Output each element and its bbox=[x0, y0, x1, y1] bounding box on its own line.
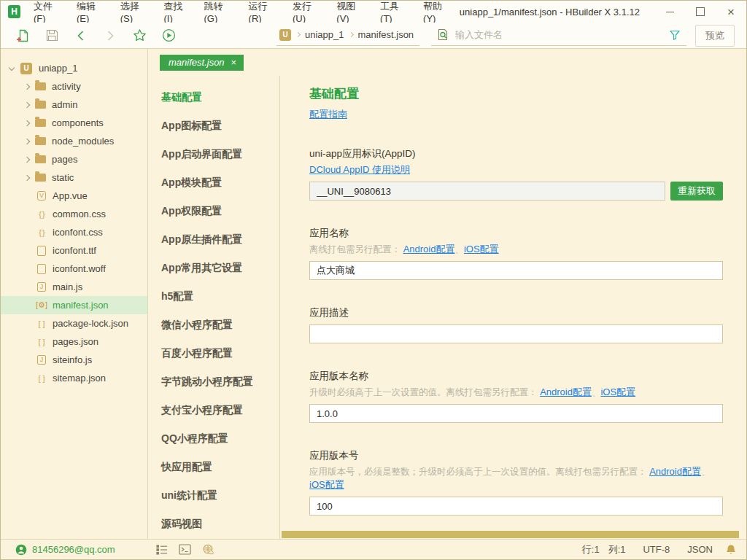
minimize-icon[interactable] bbox=[654, 1, 685, 23]
tree-root-uniapp_1[interactable]: uniapp_1 bbox=[1, 59, 147, 77]
maximize-icon[interactable] bbox=[685, 1, 716, 23]
close-icon[interactable] bbox=[716, 1, 746, 23]
new-file-button[interactable] bbox=[8, 26, 37, 46]
version-code-label: 应用版本号 bbox=[309, 449, 723, 462]
chevron-right-icon bbox=[24, 83, 30, 89]
back-icon bbox=[75, 30, 87, 42]
tree-file[interactable]: siteinfo.js bbox=[1, 351, 147, 369]
config-nav-item[interactable]: App启动界面配置 bbox=[148, 140, 279, 168]
ios-config-link[interactable]: iOS配置 bbox=[309, 479, 344, 490]
tree-folder[interactable]: components bbox=[1, 114, 147, 132]
version-name-label: 应用版本名称 bbox=[309, 370, 723, 383]
ios-config-link[interactable]: iOS配置 bbox=[600, 386, 635, 397]
encoding-indicator[interactable]: UTF-8 bbox=[643, 544, 670, 555]
tree-file[interactable]: package-lock.json bbox=[1, 314, 147, 332]
notification-bell[interactable] bbox=[726, 544, 736, 556]
filetype-indicator[interactable]: JSON bbox=[687, 544, 713, 555]
version-code-input[interactable] bbox=[309, 497, 723, 516]
tab-close-icon[interactable] bbox=[231, 57, 237, 68]
filter-icon[interactable] bbox=[669, 29, 681, 41]
config-nav-item[interactable]: uni统计配置 bbox=[148, 481, 279, 510]
breadcrumb-file[interactable]: manifest.json bbox=[358, 29, 414, 40]
tree-file[interactable]: iconfont.ttf bbox=[1, 241, 147, 260]
tree-folder[interactable]: node_modules bbox=[1, 132, 147, 150]
config-nav-item[interactable]: h5配置 bbox=[148, 282, 279, 311]
search-file-icon bbox=[437, 28, 449, 41]
version-name-hint: 升级时必须高于上一次设置的值。离线打包需另行配置： bbox=[309, 387, 538, 397]
file-icon bbox=[35, 190, 48, 202]
tree-file[interactable]: main.js bbox=[1, 278, 147, 296]
app-name-label: 应用名称 bbox=[309, 227, 723, 240]
console-icon[interactable] bbox=[179, 544, 191, 555]
favorite-button[interactable] bbox=[125, 26, 154, 46]
config-nav-item[interactable]: 源码视图 bbox=[148, 510, 279, 538]
file-icon bbox=[35, 281, 48, 293]
tree-file[interactable]: iconfont.woff bbox=[1, 260, 147, 278]
file-icon bbox=[35, 245, 48, 257]
web-sync-icon[interactable] bbox=[202, 544, 215, 555]
android-config-link[interactable]: Android配置 bbox=[403, 244, 455, 254]
config-nav-item[interactable]: App图标配置 bbox=[148, 112, 279, 140]
config-nav-item[interactable]: App模块配置 bbox=[148, 168, 279, 197]
cursor-col[interactable]: 列:1 bbox=[608, 543, 626, 556]
forward-button[interactable] bbox=[96, 26, 125, 46]
config-nav-item[interactable]: 字节跳动小程序配置 bbox=[148, 368, 279, 396]
breadcrumb-project[interactable]: uniapp_1 bbox=[305, 29, 344, 40]
appid-input[interactable] bbox=[309, 182, 665, 201]
tab-label: manifest.json bbox=[169, 57, 225, 68]
outline-icon[interactable] bbox=[156, 545, 168, 555]
file-icon bbox=[35, 227, 48, 238]
separator: 、 bbox=[701, 467, 711, 477]
account-widget[interactable]: 81456296@qq.com bbox=[15, 544, 115, 556]
run-icon bbox=[162, 28, 176, 42]
config-nav-item[interactable]: App原生插件配置 bbox=[148, 225, 279, 254]
tree-folder[interactable]: static bbox=[1, 168, 147, 187]
uniapp-project-icon bbox=[20, 63, 32, 74]
tree-folder[interactable]: activity bbox=[1, 77, 147, 96]
config-nav-item[interactable]: App权限配置 bbox=[148, 197, 279, 225]
chevron-right-icon bbox=[348, 32, 353, 37]
cursor-line[interactable]: 行:1 bbox=[582, 543, 600, 556]
toolbar: uniapp_1 manifest.json 预览 bbox=[1, 23, 746, 49]
file-name: manifest.json bbox=[53, 300, 109, 311]
tree-folder[interactable]: pages bbox=[1, 150, 147, 168]
app-name-input[interactable] bbox=[309, 261, 723, 280]
new-file-icon bbox=[16, 29, 29, 42]
preview-button[interactable]: 预览 bbox=[695, 25, 735, 47]
version-name-input[interactable] bbox=[309, 404, 723, 423]
config-nav-item[interactable]: 基础配置 bbox=[148, 83, 279, 112]
ios-config-link[interactable]: iOS配置 bbox=[464, 244, 499, 254]
account-email: 81456296@qq.com bbox=[32, 544, 115, 555]
chevron-right-icon bbox=[24, 156, 30, 162]
tree-file[interactable]: common.css bbox=[1, 205, 147, 223]
app-desc-label: 应用描述 bbox=[309, 306, 723, 319]
app-desc-input[interactable] bbox=[309, 324, 723, 343]
config-nav-item[interactable]: 微信小程序配置 bbox=[148, 311, 279, 339]
version-code-section: 应用版本号 应用版本号，必须是整数；升级时必须高于上一次设置的值。离线打包需另行… bbox=[309, 449, 723, 516]
config-nav-item[interactable]: App常用其它设置 bbox=[148, 254, 279, 282]
horizontal-scrollbar[interactable] bbox=[282, 531, 739, 538]
tree-file[interactable]: pages.json bbox=[1, 332, 147, 351]
file-name: package-lock.json bbox=[53, 318, 128, 329]
tree-file[interactable]: sitemap.json bbox=[1, 369, 147, 387]
tree-file[interactable]: iconfont.css bbox=[1, 223, 147, 241]
back-button[interactable] bbox=[66, 26, 96, 46]
tree-folder[interactable]: admin bbox=[1, 96, 147, 114]
run-button[interactable] bbox=[154, 26, 183, 46]
folder-name: node_modules bbox=[52, 136, 114, 147]
dcloud-appid-help-link[interactable]: DCloud AppID 使用说明 bbox=[309, 164, 410, 175]
config-nav-item[interactable]: 百度小程序配置 bbox=[148, 339, 279, 368]
tab-manifest-json[interactable]: manifest.json bbox=[160, 55, 244, 71]
search-input[interactable] bbox=[455, 29, 663, 40]
save-button[interactable] bbox=[37, 26, 66, 46]
android-config-link[interactable]: Android配置 bbox=[540, 386, 592, 397]
android-config-link[interactable]: Android配置 bbox=[649, 466, 701, 477]
config-nav-item[interactable]: 支付宝小程序配置 bbox=[148, 396, 279, 424]
tree-file[interactable]: manifest.json bbox=[1, 296, 147, 314]
window-controls bbox=[654, 1, 746, 23]
guide-link[interactable]: 配置指南 bbox=[309, 109, 347, 120]
config-nav-item[interactable]: 快应用配置 bbox=[148, 453, 279, 481]
tree-file[interactable]: App.vue bbox=[1, 187, 147, 205]
config-nav-item[interactable]: QQ小程序配置 bbox=[148, 424, 279, 453]
refresh-appid-button[interactable]: 重新获取 bbox=[670, 182, 723, 201]
